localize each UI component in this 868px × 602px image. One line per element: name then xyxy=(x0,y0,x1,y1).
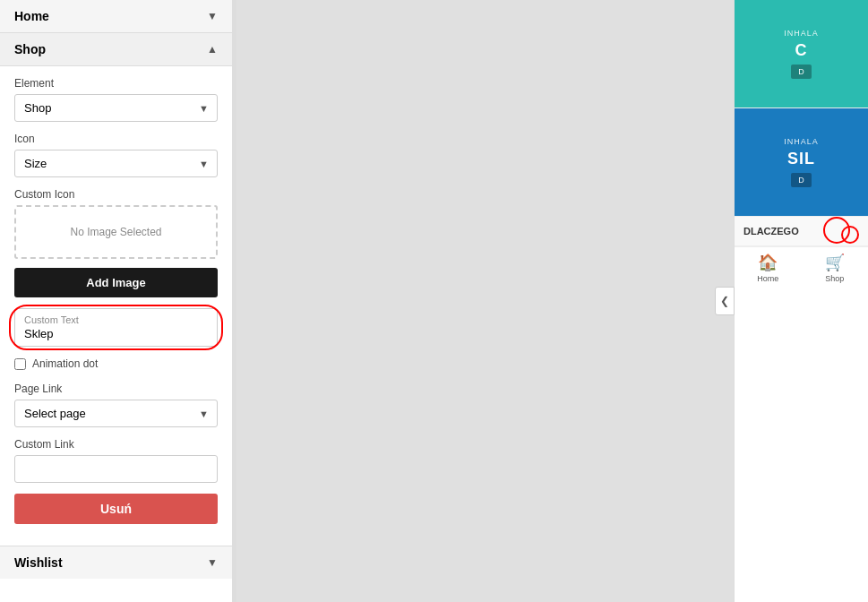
product-card-1: INHALA C D xyxy=(735,0,868,108)
icon-select[interactable]: Size xyxy=(14,150,218,177)
bottom-nav-home-label: Home xyxy=(757,274,778,283)
animation-dot-row: Animation dot xyxy=(14,357,218,370)
product-card-2: INHALA SIL D xyxy=(735,108,868,217)
collapse-icon: ❮ xyxy=(720,295,729,307)
page-link-label: Page Link xyxy=(14,383,218,395)
element-select-wrapper: Shop ▼ xyxy=(14,94,218,122)
shop-chevron-icon: ▲ xyxy=(207,43,218,56)
home-nav-item[interactable]: Home ▼ xyxy=(0,0,232,33)
shop-label: Shop xyxy=(14,42,46,56)
custom-text-input[interactable]: Sklep xyxy=(24,327,208,340)
custom-text-label: Custom Text xyxy=(24,314,208,325)
dlaczego-section: DLACZEGO xyxy=(735,217,868,246)
animation-dot-checkbox[interactable] xyxy=(14,358,26,370)
product-tag-1: INHALA xyxy=(784,29,819,38)
element-label: Element xyxy=(14,77,218,90)
product-btn-2[interactable]: D xyxy=(791,173,812,187)
custom-link-input[interactable] xyxy=(14,455,218,483)
page-link-select-wrapper: Select page ▼ xyxy=(14,400,218,427)
bottom-nav-shop[interactable]: 🛒 Shop xyxy=(802,247,869,288)
bottom-nav-home[interactable]: 🏠 Home xyxy=(735,247,802,288)
custom-icon-box: No Image Selected xyxy=(14,205,218,259)
center-area: ❮ xyxy=(236,0,734,602)
animation-dot-label: Animation dot xyxy=(32,357,98,370)
bottom-nav-shop-label: Shop xyxy=(825,274,844,283)
home-chevron-icon: ▼ xyxy=(207,10,218,22)
delete-button[interactable]: Usuń xyxy=(14,494,218,524)
wishlist-nav-item[interactable]: Wishlist ▼ xyxy=(0,546,232,579)
no-image-text: No Image Selected xyxy=(70,226,161,238)
icon-label: Icon xyxy=(14,133,218,145)
dlaczego-annotation xyxy=(841,226,859,244)
right-panel: INHALA C D INHALA SIL D DLACZEGO 🏠 Home … xyxy=(734,0,868,602)
shop-form: Element Shop ▼ Icon Size ▼ Custom Icon N… xyxy=(0,66,232,546)
shop-icon: 🛒 xyxy=(825,253,845,272)
add-image-button[interactable]: Add Image xyxy=(14,268,218,297)
product-card-bg-1: INHALA C D xyxy=(735,0,868,108)
sidebar: Home ▼ Shop ▲ Element Shop ▼ Icon Size xyxy=(0,0,233,602)
custom-text-field: Custom Text Sklep xyxy=(14,308,218,347)
icon-select-wrapper: Size ▼ xyxy=(14,150,218,177)
dlaczego-text: DLACZEGO xyxy=(743,226,799,236)
product-tag-2: INHALA xyxy=(784,137,819,146)
product-btn-1[interactable]: D xyxy=(791,64,812,79)
wishlist-chevron-icon: ▼ xyxy=(207,556,218,569)
element-select[interactable]: Shop xyxy=(14,94,218,122)
home-icon: 🏠 xyxy=(758,253,778,272)
home-label: Home xyxy=(14,9,49,23)
product-name-1: C xyxy=(795,41,808,60)
collapse-button[interactable]: ❮ xyxy=(715,287,735,315)
page-link-select[interactable]: Select page xyxy=(14,400,218,427)
product-card-bg-2: INHALA SIL D xyxy=(735,108,868,216)
product-name-2: SIL xyxy=(787,150,815,168)
shop-section: Shop ▲ Element Shop ▼ Icon Size ▼ Custom xyxy=(0,33,232,546)
custom-link-label: Custom Link xyxy=(14,438,218,451)
custom-text-container: Custom Text Sklep xyxy=(14,308,218,347)
bottom-nav: 🏠 Home 🛒 Shop xyxy=(735,246,868,288)
shop-header[interactable]: Shop ▲ xyxy=(0,33,232,66)
wishlist-label: Wishlist xyxy=(14,555,63,570)
custom-icon-label: Custom Icon xyxy=(14,188,218,201)
